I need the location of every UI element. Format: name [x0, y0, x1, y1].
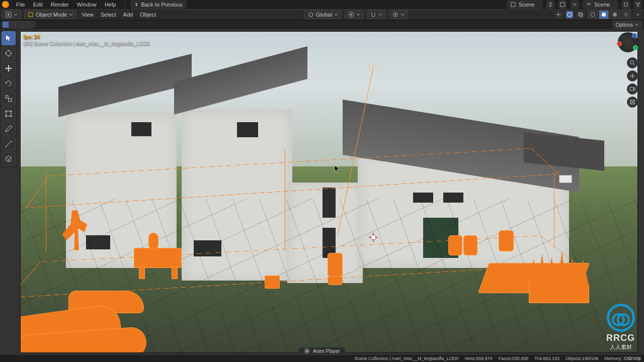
anim-player-label: Anim Player — [313, 348, 340, 354]
status-memory: Memory: 3.52 GiB — [604, 356, 641, 361]
svg-rect-13 — [580, 14, 583, 17]
status-objects: Objects:196/196 — [566, 356, 599, 361]
snap-dropdown[interactable] — [367, 10, 386, 19]
filter-icon[interactable] — [634, 1, 642, 9]
axis-z-icon[interactable]: Z — [632, 33, 637, 38]
overlay-visibility-button[interactable] — [566, 11, 574, 19]
header-select-menu[interactable]: Select — [99, 11, 118, 18]
chevron-down-icon — [378, 13, 382, 17]
3d-viewport[interactable]: fps: 24 (60) Scene Collection | Aset_mis… — [20, 31, 638, 353]
menu-window[interactable]: Window — [75, 1, 99, 8]
selected-object-hydrant — [148, 233, 158, 250]
selected-object-barrel — [448, 235, 462, 255]
mode-dropdown[interactable]: Object Mode — [24, 10, 76, 19]
scene-prop-monitor — [559, 175, 572, 183]
pan-button[interactable] — [627, 70, 638, 81]
anim-player-indicator[interactable]: ✕ Anim Player — [298, 347, 346, 355]
shading-mode-group — [588, 10, 631, 19]
tool-transform[interactable] — [2, 107, 16, 121]
new-scene-button[interactable] — [558, 1, 567, 9]
status-bar: Scene Collection | Aset_misc__M_tmgtaedf… — [0, 355, 644, 362]
3d-cursor-icon — [369, 233, 378, 242]
axis-x-icon[interactable]: X — [617, 41, 622, 46]
close-icon[interactable]: ✕ — [304, 348, 310, 354]
back-to-previous-button[interactable]: Back to Previous — [131, 1, 187, 9]
orientation-icon — [308, 12, 314, 18]
tool-annotate[interactable] — [2, 122, 16, 136]
svg-point-24 — [6, 116, 7, 117]
seg-4[interactable] — [22, 21, 29, 28]
svg-point-16 — [613, 13, 617, 17]
gizmo-visibility-button[interactable] — [554, 11, 562, 19]
menu-help[interactable]: Help — [103, 1, 118, 8]
menu-file[interactable]: File — [14, 1, 27, 8]
back-arrow-icon — [134, 2, 139, 7]
shading-options-dropdown[interactable] — [634, 11, 642, 19]
tool-cursor[interactable] — [2, 46, 16, 60]
viewlayer-selector[interactable]: Scene — [583, 1, 618, 9]
tool-select-box[interactable] — [2, 31, 16, 45]
orbit-gizmo[interactable]: Z X Y — [618, 32, 640, 54]
selected-object-table-leg — [172, 266, 178, 279]
svg-rect-21 — [6, 111, 11, 116]
editor-type-dropdown[interactable] — [2, 10, 21, 19]
shading-material-button[interactable] — [610, 10, 620, 19]
xray-toggle-button[interactable] — [577, 11, 585, 19]
menu-edit[interactable]: Edit — [31, 1, 45, 8]
svg-rect-5 — [29, 13, 33, 17]
svg-rect-2 — [624, 3, 627, 6]
menu-render[interactable]: Render — [49, 1, 71, 8]
seg-3[interactable] — [15, 21, 22, 28]
tool-scale[interactable] — [2, 92, 16, 106]
svg-point-10 — [394, 14, 396, 16]
shading-rendered-button[interactable] — [621, 10, 631, 19]
svg-point-15 — [602, 13, 606, 17]
options-dropdown[interactable]: Options — [612, 21, 642, 29]
viewport-overlay-text: fps: 24 (60) Scene Collection | Aset_mis… — [24, 34, 150, 47]
menu-divider — [124, 1, 125, 8]
options-label: Options — [616, 22, 633, 28]
status-collection-path: Scene Collection | Aset_misc__M_tmgtaedf… — [354, 356, 458, 361]
selected-object-table — [134, 248, 182, 268]
new-layer-button[interactable] — [622, 1, 630, 9]
svg-point-6 — [309, 13, 313, 17]
svg-point-11 — [568, 13, 572, 17]
scene-selector[interactable]: Scene — [507, 1, 542, 9]
svg-line-33 — [375, 64, 376, 66]
header-view-menu[interactable]: View — [79, 11, 96, 18]
viewlayer-name: Scene — [594, 2, 610, 8]
shading-solid-button[interactable] — [599, 10, 609, 19]
tool-rotate[interactable] — [2, 76, 16, 90]
camera-view-button[interactable] — [627, 83, 638, 95]
header-add-menu[interactable]: Add — [121, 11, 135, 18]
seg-5[interactable] — [28, 21, 35, 28]
svg-rect-39 — [630, 87, 633, 90]
tool-measure[interactable] — [2, 137, 16, 151]
tool-move[interactable] — [2, 61, 16, 75]
shading-wireframe-button[interactable] — [588, 10, 598, 19]
svg-rect-20 — [9, 99, 12, 102]
scene-name: Scene — [519, 2, 534, 8]
perspective-toggle-button[interactable] — [627, 97, 638, 108]
delete-scene-button[interactable] — [571, 1, 579, 9]
svg-line-32 — [375, 70, 376, 71]
seg-2[interactable] — [9, 21, 16, 28]
transform-orientation-dropdown[interactable]: Global — [304, 10, 342, 19]
pivot-point-dropdown[interactable] — [345, 10, 364, 19]
seg-1[interactable] — [2, 21, 9, 28]
zoom-button[interactable] — [627, 57, 638, 68]
status-tris: Tris:663,193 — [534, 356, 559, 361]
tool-add-cube[interactable] — [2, 152, 16, 166]
scene-building-left — [66, 112, 177, 268]
back-label: Back to Previous — [141, 2, 183, 8]
axis-y-icon[interactable]: Y — [633, 45, 638, 50]
scene-users-count[interactable]: 2 — [546, 1, 554, 9]
sun-light-gizmo — [368, 63, 378, 73]
selectability-bar: Options — [0, 20, 644, 29]
header-object-menu[interactable]: Object — [138, 11, 158, 18]
svg-point-22 — [6, 111, 7, 112]
chevron-down-icon — [14, 13, 18, 17]
selected-object-barrel — [499, 230, 514, 251]
proportional-edit-dropdown[interactable] — [389, 10, 408, 19]
chevron-down-icon — [400, 13, 405, 17]
